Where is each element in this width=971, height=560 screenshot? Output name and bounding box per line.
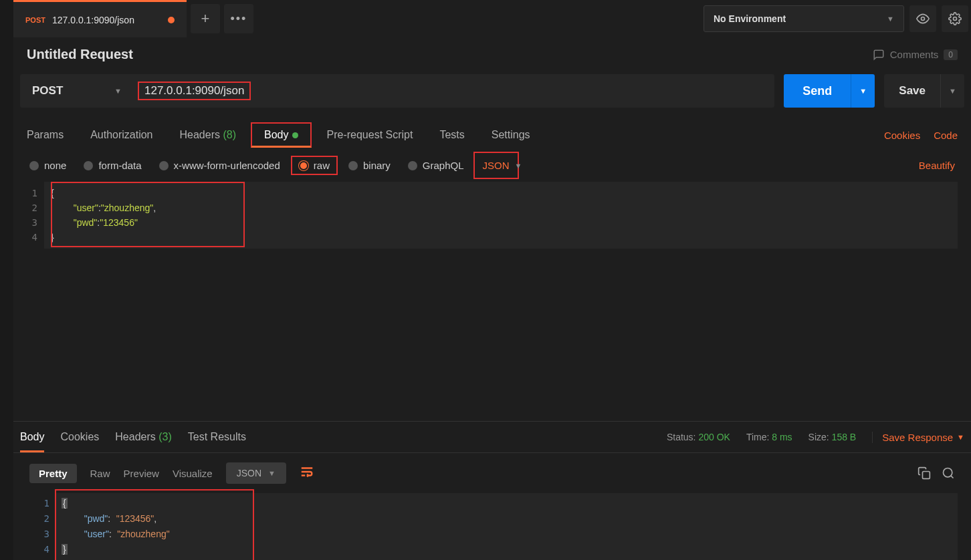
top-bar: POST 127.0.0.1:9090/json + ••• No Enviro… [13,0,971,37]
chevron-down-icon: ▼ [515,162,522,170]
wrap-lines-button[interactable] [300,464,314,482]
tab-tests[interactable]: Tests [439,129,464,141]
save-dropdown-button[interactable]: ▼ [940,74,964,108]
radio-checked-icon [299,161,308,170]
eye-icon [916,12,930,25]
environment-preview-button[interactable] [909,5,936,32]
highlight-box [55,489,254,560]
body-type-graphql[interactable]: GraphQL [408,160,464,171]
svg-point-3 [944,468,952,477]
body-type-binary[interactable]: binary [348,160,391,171]
copy-icon[interactable] [918,466,931,480]
view-visualize[interactable]: Visualize [173,468,213,479]
body-type-raw[interactable]: raw [298,158,331,172]
response-tab-tests[interactable]: Test Results [188,431,246,444]
send-button[interactable]: Send [784,74,851,108]
url-value: 127.0.0.1:9090/json [144,84,244,97]
svg-point-0 [922,17,925,21]
chevron-down-icon: ▼ [268,469,276,477]
save-response-button[interactable]: Save Response ▼ [872,432,964,443]
highlight-box [51,182,245,247]
gear-icon [948,12,962,25]
view-preview[interactable]: Preview [124,468,159,479]
chevron-down-icon: ▼ [859,87,867,95]
request-title[interactable]: Untitled Request [27,47,133,62]
response-tab-cookies[interactable]: Cookies [60,431,99,444]
body-type-selector: none form-data x-www-form-urlencoded raw… [13,149,971,182]
radio-icon [408,161,417,170]
request-subtabs: Params Authorization Headers (8) Body Pr… [13,121,971,149]
response-tab-headers[interactable]: Headers (3) [115,431,172,444]
response-tab-body[interactable]: Body [20,431,44,452]
environment-selected: No Environment [714,13,786,24]
tab-prerequest[interactable]: Pre-request Script [326,129,413,141]
response-editor[interactable]: 1234 { "pwd": "123456", "user": "zhouzhe… [13,493,971,560]
size-label: Size: [808,432,829,442]
body-type-urlencoded[interactable]: x-www-form-urlencoded [159,160,280,171]
time-label: Time: [746,432,769,442]
left-sidebar [0,0,13,560]
tab-title: 127.0.0.1:9090/json [52,15,134,25]
tab-settings[interactable]: Settings [492,129,530,141]
body-indicator-icon [292,132,298,138]
view-raw[interactable]: Raw [90,468,110,479]
svg-rect-2 [923,472,930,479]
body-editor[interactable]: 1234 { "user":"zhouzheng", "pwd":"123456… [13,182,971,249]
wrap-icon [300,464,314,479]
method-value: POST [32,84,63,98]
size-value: 158 B [832,432,857,442]
send-dropdown-button[interactable]: ▼ [851,74,875,108]
new-tab-button[interactable]: + [191,4,220,33]
method-select[interactable]: POST ▼ [20,74,134,108]
response-gutter: 1234 [31,493,55,560]
status-value: 200 OK [698,432,730,442]
request-tab-active[interactable]: POST 127.0.0.1:9090/json [13,0,187,37]
editor-gutter: 1234 [13,182,44,249]
tab-params[interactable]: Params [27,129,64,141]
tab-headers[interactable]: Headers (8) [180,129,237,141]
plus-icon: + [201,10,210,27]
radio-icon [348,161,358,170]
environment-select[interactable]: No Environment ▼ [704,5,904,32]
view-pretty[interactable]: Pretty [29,464,77,483]
chevron-down-icon: ▼ [949,87,956,95]
url-input[interactable]: 127.0.0.1:9090/json [134,74,774,108]
cookies-link[interactable]: Cookies [884,130,920,141]
body-type-none[interactable]: none [29,160,66,171]
comments-label: Comments [890,49,939,60]
chevron-down-icon: ▼ [114,87,122,95]
body-raw-format-select[interactable]: JSON▼ [481,158,522,172]
comments-button[interactable]: Comments 0 [873,49,958,61]
status-label: Status: [667,432,696,442]
radio-icon [29,161,39,170]
response-view-bar: Pretty Raw Preview Visualize JSON▼ [13,453,971,493]
tab-method-badge: POST [25,16,45,24]
response-bar: Body Cookies Headers (3) Test Results St… [13,421,971,453]
unsaved-dot-icon [168,17,175,23]
tab-options-button[interactable]: ••• [224,4,253,33]
code-link[interactable]: Code [934,130,958,141]
tab-body[interactable]: Body [263,129,300,141]
search-icon[interactable] [942,466,955,480]
response-format-select[interactable]: JSON▼ [226,462,286,484]
chevron-down-icon: ▼ [887,15,894,23]
radio-icon [159,161,169,170]
body-type-formdata[interactable]: form-data [84,160,141,171]
time-value: 8 ms [772,432,792,442]
chevron-down-icon: ▼ [957,433,964,441]
environment-settings-button[interactable] [942,5,968,32]
comments-count: 0 [944,49,958,60]
beautify-link[interactable]: Beautify [919,160,955,171]
tab-authorization[interactable]: Authorization [90,129,152,141]
comment-icon [873,49,885,61]
radio-icon [84,161,93,170]
svg-point-1 [954,17,957,21]
save-button[interactable]: Save [884,74,940,108]
ellipsis-icon: ••• [231,12,247,26]
